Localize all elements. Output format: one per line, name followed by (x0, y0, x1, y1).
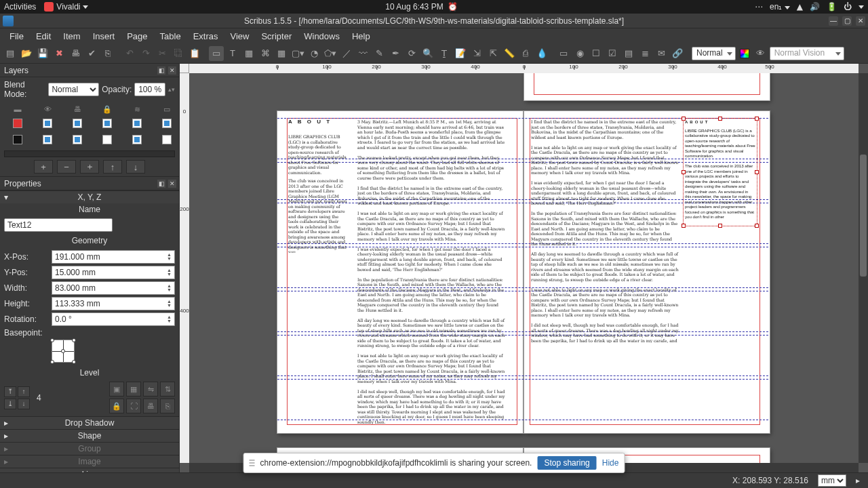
print-icon[interactable]: 🖶 (68, 46, 83, 61)
preview-icon[interactable]: 👁 (753, 46, 768, 61)
layer-row2-color[interactable] (13, 135, 22, 144)
locksize-button[interactable]: ⛶ (126, 399, 141, 413)
maximize-button[interactable]: ▢ (842, 16, 852, 26)
measure-icon[interactable]: 📏 (502, 46, 517, 61)
layers-close-button[interactable]: ✕ (168, 66, 176, 75)
properties-panel-header[interactable]: Properties ◧✕ (0, 177, 179, 190)
canvas[interactable]: 0 100 200 300 400 0 100 200 300 400 500 … (180, 64, 868, 472)
textframe-about-p1[interactable]: LIBRE GRAPHICS CLUB (LGC) is a collabora… (288, 134, 349, 175)
layer-row1-color[interactable] (13, 119, 22, 128)
textframe-icon[interactable]: T (225, 46, 240, 61)
stop-sharing-button[interactable]: Stop sharing (537, 456, 596, 470)
ruler-vertical[interactable]: 0 200 400 (180, 73, 189, 463)
undo-icon[interactable]: ↶ (122, 46, 137, 61)
layer-row1-lock[interactable] (102, 119, 112, 128)
layer-add-button[interactable]: + (34, 160, 53, 174)
layer-row2-visible[interactable] (43, 135, 52, 144)
new-icon[interactable]: ▤ (3, 46, 18, 61)
section-dropshadow[interactable]: ▸Drop Shadow (0, 417, 179, 429)
story-editor-icon[interactable]: 📝 (453, 46, 468, 61)
status-more-icon[interactable]: ▸ (852, 476, 864, 485)
textframe-about-heading[interactable]: A B O U T (288, 119, 349, 125)
cut-icon[interactable]: ✂ (155, 46, 170, 61)
menu-edit[interactable]: Edit (31, 30, 56, 43)
render-icon[interactable]: ⌘ (258, 46, 273, 61)
table-icon[interactable]: ▦ (274, 46, 289, 61)
network-icon[interactable]: ▲ (797, 2, 803, 12)
hide-sharing-button[interactable]: Hide (602, 458, 619, 468)
window-title-bar[interactable]: Scribus 1.5.5 - [/home/lara/Documents/LG… (0, 14, 868, 28)
noprint-button[interactable]: 🖶 (143, 399, 158, 413)
input-source[interactable]: en₁ (770, 2, 790, 12)
eyedrop-icon[interactable]: 💧 (534, 46, 549, 61)
width-input[interactable]: 83.000 mm▲▼ (52, 281, 175, 295)
menu-page[interactable]: Page (121, 30, 153, 43)
menu-table[interactable]: Table (155, 30, 186, 43)
menu-view[interactable]: View (224, 30, 254, 43)
menu-scripter[interactable]: Scripter (256, 30, 297, 43)
screen-share-bar[interactable]: chrome-extension://mpognobbkildjkofajifp… (243, 453, 625, 473)
imageframe-icon[interactable]: ▦ (241, 46, 256, 61)
copy-icon[interactable]: ⿻ (171, 46, 186, 61)
volume-icon[interactable]: 🔊 (810, 2, 820, 12)
activities-button[interactable]: Activities (4, 2, 36, 12)
menu-help[interactable]: Help (347, 30, 376, 43)
layer-up-button[interactable]: ↑ (103, 160, 122, 174)
layer-row2-lock[interactable] (102, 135, 112, 144)
layer-row2-outline[interactable] (162, 135, 172, 144)
arc-icon[interactable]: ◔ (307, 46, 321, 61)
properties-close-button[interactable]: ✕ (168, 180, 176, 188)
layer-down-button[interactable]: ↓ (126, 160, 145, 174)
layer-row1-outline[interactable] (162, 119, 172, 128)
layer-row1-print[interactable] (73, 119, 82, 128)
pdf-annot-icon[interactable]: ✉ (654, 46, 669, 61)
flipv-button[interactable]: ⇅ (160, 382, 175, 396)
layers-hscroll[interactable] (4, 150, 175, 157)
ypos-input[interactable]: 15.000 mm▲▼ (52, 266, 175, 279)
line-icon[interactable]: ／ (339, 46, 354, 61)
ruler-origin[interactable] (180, 64, 189, 73)
unlink-icon[interactable]: ⇱ (486, 46, 500, 61)
select-icon[interactable]: ▭ (209, 46, 224, 61)
power-icon[interactable]: ⏻ (844, 2, 852, 12)
pdf-radio-icon[interactable]: ◉ (572, 46, 587, 61)
close-doc-icon[interactable]: ✖ (52, 46, 66, 61)
save-icon[interactable]: 💾 (35, 46, 50, 61)
ungroup-button[interactable]: ▦ (126, 382, 141, 396)
redo-icon[interactable]: ↷ (138, 46, 153, 61)
pdf-combo-icon[interactable]: ▤ (621, 46, 636, 61)
name-input[interactable] (4, 218, 113, 232)
calligraphy-icon[interactable]: ✒ (388, 46, 403, 61)
pdf-check-icon[interactable]: ☑ (605, 46, 620, 61)
selected-textframe[interactable]: ABOUT LIBRE GRAPHICS CLUB (LGC) is a col… (683, 118, 757, 226)
textframe-about-p2[interactable]: The club was conceived in 2013 after one… (288, 178, 349, 253)
layer-row1-visible[interactable] (43, 119, 52, 128)
unit-select[interactable]: mm (818, 474, 846, 487)
level-top-button[interactable]: ⤒ (4, 386, 16, 397)
group-button[interactable]: ▣ (109, 382, 124, 396)
xpos-input[interactable]: 191.000 mm▲▼ (52, 250, 175, 264)
pdf-text-icon[interactable]: ☐ (589, 46, 604, 61)
link-icon[interactable]: ⇲ (469, 46, 484, 61)
blend-mode-select[interactable]: Normal (48, 83, 99, 96)
menu-insert[interactable]: Insert (87, 30, 121, 43)
minimize-button[interactable]: — (829, 16, 838, 26)
ruler-horizontal[interactable]: 0 100 200 300 400 0 100 200 300 400 500 (189, 64, 859, 73)
rotation-input[interactable]: 0.0 °▲▼ (52, 312, 175, 326)
layer-row2-print[interactable] (73, 135, 82, 144)
properties-shade-button[interactable]: ◧ (157, 180, 165, 188)
level-down-button[interactable]: ↓ (18, 399, 30, 409)
battery-icon[interactable]: 🔋 (827, 2, 837, 12)
section-xyz[interactable]: ▾X, Y, Z (0, 191, 179, 203)
level-bottom-button[interactable]: ⤓ (4, 399, 16, 409)
pdf-link-icon[interactable]: 🔗 (670, 46, 685, 61)
paste-icon[interactable]: 📋 (187, 46, 202, 61)
menu-windows[interactable]: Windows (298, 30, 345, 43)
lock-button[interactable]: 🔒 (109, 399, 124, 413)
canvas-vscroll[interactable] (859, 73, 868, 463)
menu-extras[interactable]: Extras (188, 30, 224, 43)
system-menu-chevron-icon[interactable] (859, 5, 864, 9)
pdf-button-icon[interactable]: ▭ (556, 46, 571, 61)
polygon-icon[interactable]: ⬠▾ (323, 46, 338, 61)
open-icon[interactable]: 📂 (19, 46, 34, 61)
